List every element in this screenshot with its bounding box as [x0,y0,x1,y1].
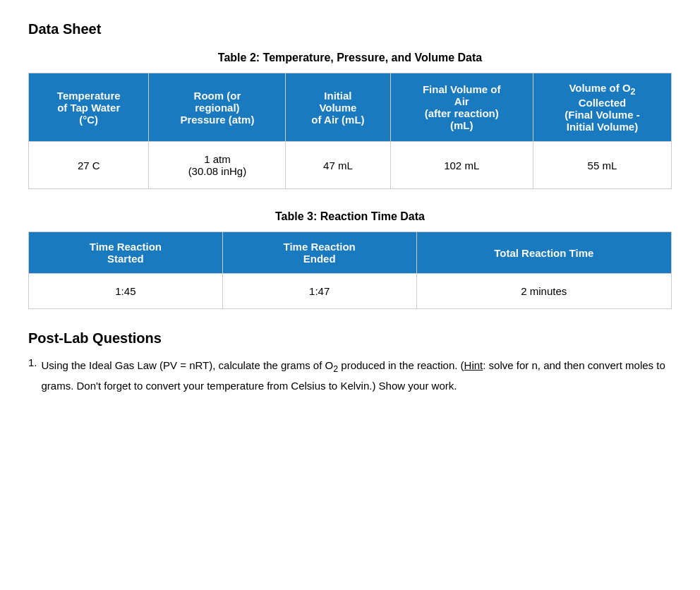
table2-header-5: Volume of O2Collected(Final Volume -Init… [533,73,671,142]
post-lab-title: Post-Lab Questions [28,330,672,347]
table3-cell-ended: 1:47 [222,274,416,309]
question-1: 1. Using the Ideal Gas Law (PV = nRT), c… [28,356,672,395]
table3-container: Table 3: Reaction Time Data Time Reactio… [28,210,672,309]
table3: Time ReactionStarted Time ReactionEnded … [28,231,672,309]
table3-row: 1:45 1:47 2 minutes [29,274,672,309]
table2-row: 27 C 1 atm(30.08 inHg) 47 mL 102 mL 55 m… [29,142,672,189]
table2-cell-temperature: 27 C [29,142,149,189]
table3-cell-started: 1:45 [29,274,223,309]
table3-header-1: Time ReactionStarted [29,232,223,274]
table3-title: Table 3: Reaction Time Data [28,210,672,223]
table3-header-2: Time ReactionEnded [222,232,416,274]
table2-cell-initial-volume: 47 mL [286,142,390,189]
table2-cell-volume-o2: 55 mL [533,142,671,189]
table2-header-4: Final Volume ofAir(after reaction)(mL) [390,73,533,142]
table3-header-3: Total Reaction Time [416,232,671,274]
question-1-body: Using the Ideal Gas Law (PV = nRT), calc… [42,356,672,395]
question-1-number: 1. [28,356,37,395]
table2: Temperatureof Tap Water(°C) Room (orregi… [28,73,672,189]
hint-label: Hint [464,359,483,371]
table2-header-3: InitialVolumeof Air (mL) [286,73,390,142]
table3-cell-total: 2 minutes [416,274,671,309]
table2-header-1: Temperatureof Tap Water(°C) [29,73,149,142]
table2-cell-final-volume: 102 mL [390,142,533,189]
table2-cell-pressure: 1 atm(30.08 inHg) [149,142,286,189]
table2-title: Table 2: Temperature, Pressure, and Volu… [28,52,672,64]
table2-header-2: Room (orregional)Pressure (atm) [149,73,286,142]
table2-container: Table 2: Temperature, Pressure, and Volu… [28,52,672,189]
section-title: Data Sheet [28,21,672,37]
